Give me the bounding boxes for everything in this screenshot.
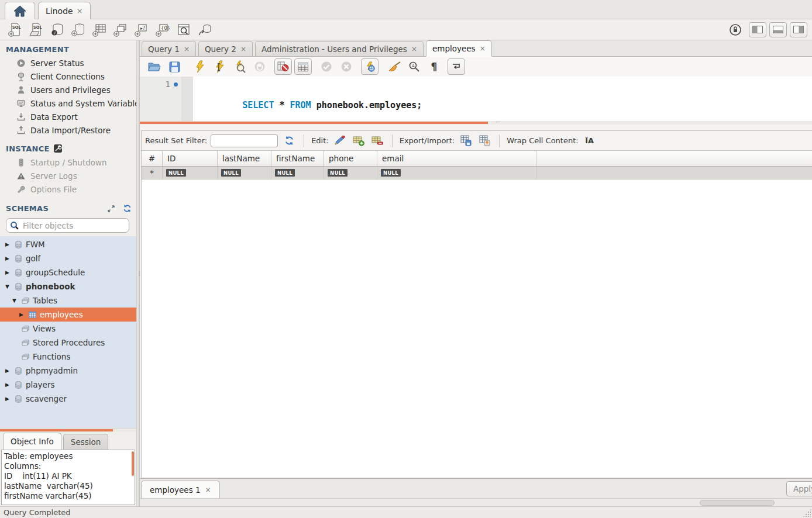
grid-column-header[interactable]: email (377, 151, 536, 166)
edit-record-button[interactable] (332, 134, 347, 148)
toggle-left-panel-button[interactable] (749, 22, 766, 37)
query-tab-close-icon[interactable]: × (480, 44, 486, 53)
reconnect-dbms-button[interactable] (194, 21, 215, 39)
result-filter-input[interactable] (211, 134, 278, 147)
tree-item[interactable]: ▼ phonebook (0, 279, 136, 293)
open-script-button[interactable] (146, 58, 163, 75)
grid-column-header[interactable]: phone (324, 151, 377, 166)
expand-arrow-icon[interactable]: ▶ (4, 241, 11, 247)
query-tab[interactable]: Query 1 × (142, 41, 196, 56)
expand-arrow-icon[interactable]: ▼ (11, 298, 18, 303)
inspect-database-button[interactable]: i (47, 21, 68, 39)
save-script-button[interactable] (166, 58, 183, 75)
open-sql-script-button[interactable]: SQL (26, 21, 47, 39)
expand-schemas-icon[interactable] (107, 205, 115, 213)
beautify-button[interactable] (386, 58, 403, 75)
result-set-tab-close-icon[interactable]: × (205, 486, 211, 494)
management-item[interactable]: Data Import/Restore (0, 123, 136, 137)
apply-button[interactable]: Apply (786, 481, 812, 496)
create-view-button[interactable] (110, 21, 131, 39)
info-tab[interactable]: Session (63, 434, 109, 450)
instance-item[interactable]: Server Logs (0, 169, 136, 182)
grid-cell[interactable]: NULL (324, 167, 377, 179)
expand-arrow-icon[interactable]: ▼ (4, 284, 11, 289)
tree-item[interactable]: ▶ golf (0, 251, 136, 265)
refresh-schemas-icon[interactable] (123, 204, 132, 213)
sidebar-splitter[interactable]: ⋯ (0, 428, 136, 432)
tree-item[interactable]: Views (0, 322, 136, 336)
delete-row-button[interactable] (370, 134, 385, 148)
tree-item[interactable]: Functions (0, 350, 136, 364)
toggle-right-panel-button[interactable] (790, 22, 807, 37)
search-table-data-button[interactable] (173, 21, 194, 39)
management-item[interactable]: Client Connections (0, 70, 136, 83)
management-item[interactable]: Users and Privileges (0, 83, 136, 96)
connection-tab[interactable]: Linode × (38, 2, 91, 19)
info-tab[interactable]: Object Info (3, 433, 61, 450)
create-procedure-button[interactable]: ▸? (131, 21, 152, 39)
toggle-bottom-panel-button[interactable] (769, 22, 787, 37)
grid-column-header[interactable]: # (142, 151, 163, 166)
tree-item[interactable]: ▶ employees (0, 308, 136, 322)
export-results-button[interactable] (458, 134, 473, 148)
toggle-autocommit-button[interactable] (361, 58, 379, 75)
management-item[interactable]: Status and System Variables (0, 96, 136, 110)
sql-editor[interactable]: 1 SELECT * FROM phonebook.employees; (140, 77, 812, 121)
expand-arrow-icon[interactable]: ▶ (4, 255, 11, 261)
new-sql-tab-button[interactable]: SQL (5, 21, 26, 39)
scrollbar-thumb[interactable] (700, 500, 775, 506)
execute-button[interactable] (191, 58, 209, 75)
tree-item[interactable]: ▼ Tables (0, 293, 136, 308)
query-tab-close-icon[interactable]: × (184, 45, 190, 53)
query-tab[interactable]: Administration - Users and Privileges × (255, 41, 424, 56)
instance-item[interactable]: Options File (0, 182, 136, 196)
wrap-text-button[interactable] (448, 58, 465, 75)
editor-result-splitter[interactable]: ⋯ (140, 121, 812, 125)
sql-code-line[interactable]: SELECT * FROM phonebook.employees; (193, 77, 812, 121)
tree-item[interactable]: Stored Procedures (0, 336, 136, 350)
expand-arrow-icon[interactable]: ▶ (4, 382, 11, 388)
result-set-tab[interactable]: employees 1 × (141, 481, 220, 498)
management-item[interactable]: Server Status (0, 56, 136, 70)
toggle-stop-on-error-button[interactable] (274, 58, 292, 75)
expand-arrow-icon[interactable]: ▶ (4, 368, 11, 374)
grid-cell[interactable]: NULL (163, 167, 218, 179)
grid-cell[interactable]: NULL (377, 167, 536, 179)
query-tab[interactable]: Query 2 × (198, 41, 253, 56)
lock-status-button[interactable] (725, 21, 746, 39)
execute-current-button[interactable] (211, 58, 229, 75)
refresh-results-button[interactable] (281, 134, 297, 148)
resize-grip[interactable] (803, 509, 811, 517)
expand-arrow-icon[interactable]: ▶ (18, 312, 25, 317)
wrap-cell-content-button[interactable]: ĪA (582, 134, 597, 148)
filter-objects-input[interactable] (23, 221, 125, 230)
grid-column-header[interactable]: ID (163, 151, 218, 166)
grid-column-header[interactable]: lastName (218, 151, 271, 166)
explain-button[interactable] (231, 58, 249, 75)
add-row-button[interactable] (351, 134, 366, 148)
query-tab-close-icon[interactable]: × (411, 45, 417, 53)
grid-new-row[interactable]: * NULL NULL NULL (142, 167, 812, 179)
query-tab-close-icon[interactable]: × (240, 45, 246, 53)
instance-item[interactable]: Startup / Shutdown (0, 156, 136, 169)
tree-item[interactable]: ▶ groupSchedule (0, 265, 136, 279)
expand-arrow-icon[interactable]: ▶ (4, 396, 11, 402)
home-tab[interactable] (5, 2, 35, 19)
grid-cell[interactable]: NULL (218, 167, 271, 179)
create-table-button[interactable] (89, 21, 110, 39)
tree-item[interactable]: ▶ phpmyadmin (0, 364, 136, 378)
info-panel-scrollbar[interactable] (132, 451, 134, 476)
connection-tab-close-icon[interactable]: × (77, 6, 83, 15)
show-invisibles-button[interactable]: ¶ (425, 58, 443, 75)
limit-rows-button[interactable] (294, 58, 312, 75)
sidebar-main-splitter[interactable]: ⋮ (136, 40, 139, 506)
grid-body[interactable] (142, 179, 812, 478)
create-schema-button[interactable] (68, 21, 89, 39)
grid-cell[interactable]: NULL (271, 167, 324, 179)
expand-arrow-icon[interactable]: ▶ (4, 270, 11, 275)
tree-item[interactable]: ▶ players (0, 378, 136, 392)
grid-column-header[interactable]: firstName (271, 151, 324, 166)
tree-item[interactable]: ▶ scavenger (0, 392, 136, 406)
import-records-button[interactable] (477, 134, 492, 148)
tree-item[interactable]: ▶ FWM (0, 237, 136, 251)
